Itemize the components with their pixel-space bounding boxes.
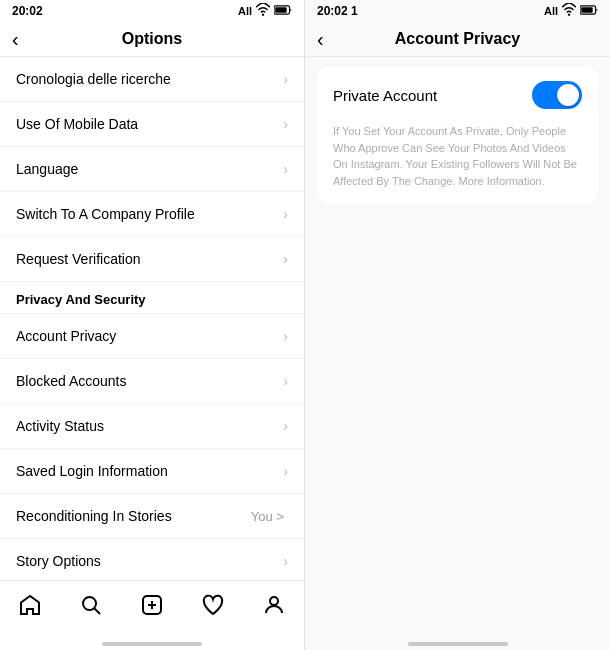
status-icons-right: All xyxy=(544,3,598,19)
chevron-verification: › xyxy=(283,251,288,267)
reconditioning-value: You > xyxy=(251,509,284,524)
account-privacy-title: Account Privacy xyxy=(395,30,520,48)
menu-label-verification: Request Verification xyxy=(16,251,141,267)
chevron-blocked: › xyxy=(283,373,288,389)
svg-point-8 xyxy=(270,597,278,605)
home-indicator-bar-right xyxy=(408,642,508,646)
home-icon xyxy=(18,593,42,617)
menu-label-reconditioning: Reconditioning In Stories xyxy=(16,508,172,524)
status-bar-left: 20:02 All xyxy=(0,0,304,22)
network-text-right: All xyxy=(544,5,558,17)
menu-label-mobile-data: Use Of Mobile Data xyxy=(16,116,138,132)
status-bar-right: 20:02 1 All xyxy=(305,0,610,22)
add-icon xyxy=(140,593,164,617)
nav-search-button[interactable] xyxy=(71,585,111,625)
chevron-story-options: › xyxy=(283,553,288,569)
chevron-mobile-data: › xyxy=(283,116,288,132)
status-time-left: 20:02 xyxy=(12,4,43,18)
nav-home-button[interactable] xyxy=(10,585,50,625)
options-header: ‹ Options xyxy=(0,22,304,57)
bottom-navigation-left xyxy=(0,580,304,636)
menu-label-account-privacy: Account Privacy xyxy=(16,328,116,344)
menu-label-story-options: Story Options xyxy=(16,553,101,569)
menu-item-reconditioning[interactable]: Reconditioning In Stories You > xyxy=(0,494,304,539)
privacy-description: If You Set Your Account As Private, Only… xyxy=(317,123,598,203)
options-title: Options xyxy=(122,30,182,48)
right-panel: 20:02 1 All ‹ Account Pri xyxy=(305,0,610,650)
battery-icon xyxy=(274,4,292,18)
menu-item-verification[interactable]: Request Verification › xyxy=(0,237,304,282)
search-icon xyxy=(79,593,103,617)
nav-add-button[interactable] xyxy=(132,585,172,625)
menu-label-company: Switch To A Company Profile xyxy=(16,206,195,222)
right-spacer xyxy=(305,213,610,636)
menu-item-account-privacy[interactable]: Account Privacy › xyxy=(0,314,304,359)
svg-point-0 xyxy=(262,14,264,16)
home-indicator-right xyxy=(305,636,610,650)
menu-item-saved-login[interactable]: Saved Login Information › xyxy=(0,449,304,494)
chevron-language: › xyxy=(283,161,288,177)
chevron-cronologia: › xyxy=(283,71,288,87)
chevron-account-privacy: › xyxy=(283,328,288,344)
battery-icon-right xyxy=(580,4,598,18)
profile-icon xyxy=(262,593,286,617)
wifi-icon-right xyxy=(562,3,576,19)
left-panel: 20:02 All ‹ Options xyxy=(0,0,305,650)
menu-item-language[interactable]: Language › xyxy=(0,147,304,192)
network-text-left: All xyxy=(238,5,252,17)
status-time-right: 20:02 1 xyxy=(317,4,358,18)
privacy-card: Private Account If You Set Your Account … xyxy=(317,67,598,203)
private-account-label: Private Account xyxy=(333,87,437,104)
menu-label-blocked: Blocked Accounts xyxy=(16,373,127,389)
menu-item-company[interactable]: Switch To A Company Profile › xyxy=(0,192,304,237)
options-menu-list: Cronologia delle ricerche › Use Of Mobil… xyxy=(0,57,304,580)
home-indicator-bar-left xyxy=(102,642,202,646)
menu-item-blocked[interactable]: Blocked Accounts › xyxy=(0,359,304,404)
svg-rect-11 xyxy=(581,7,592,13)
menu-item-cronologia[interactable]: Cronologia delle ricerche › xyxy=(0,57,304,102)
menu-label-saved-login: Saved Login Information xyxy=(16,463,168,479)
svg-point-3 xyxy=(83,597,96,610)
svg-rect-2 xyxy=(275,7,286,13)
section-privacy-security: Privacy And Security xyxy=(0,282,304,314)
wifi-icon xyxy=(256,3,270,19)
account-privacy-header: ‹ Account Privacy xyxy=(305,22,610,57)
svg-point-9 xyxy=(568,14,570,16)
svg-line-4 xyxy=(95,608,101,614)
menu-label-activity: Activity Status xyxy=(16,418,104,434)
private-account-row: Private Account xyxy=(317,67,598,123)
nav-profile-button[interactable] xyxy=(254,585,294,625)
home-indicator-left xyxy=(0,636,304,650)
nav-heart-button[interactable] xyxy=(193,585,233,625)
status-icons-left: All xyxy=(238,3,292,19)
chevron-company: › xyxy=(283,206,288,222)
private-account-toggle[interactable] xyxy=(532,81,582,109)
menu-item-activity[interactable]: Activity Status › xyxy=(0,404,304,449)
menu-item-story-options[interactable]: Story Options › xyxy=(0,539,304,580)
chevron-saved-login: › xyxy=(283,463,288,479)
menu-label-language: Language xyxy=(16,161,78,177)
back-button-right[interactable]: ‹ xyxy=(317,28,324,51)
menu-item-mobile-data[interactable]: Use Of Mobile Data › xyxy=(0,102,304,147)
back-button-left[interactable]: ‹ xyxy=(12,28,19,51)
section-privacy-label: Privacy And Security xyxy=(16,292,146,307)
heart-icon xyxy=(201,593,225,617)
menu-label-cronologia: Cronologia delle ricerche xyxy=(16,71,171,87)
chevron-activity: › xyxy=(283,418,288,434)
